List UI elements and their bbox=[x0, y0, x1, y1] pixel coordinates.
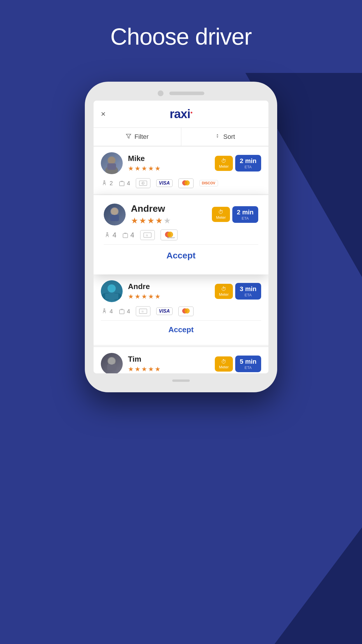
sort-button[interactable]: Sort bbox=[181, 128, 269, 146]
driver-stars-tim: ★ ★ ★ ★ ★ bbox=[128, 365, 215, 373]
meter-badge-mike: ⏱ Meter bbox=[215, 156, 233, 171]
svg-point-14 bbox=[111, 208, 118, 215]
svg-rect-26 bbox=[105, 293, 118, 299]
accept-button-andre[interactable]: Accept bbox=[101, 320, 261, 339]
phone-screen: × raxi● Filter bbox=[94, 101, 268, 373]
page-title: Choose driver bbox=[0, 0, 362, 50]
filter-sort-bar: Filter Sort bbox=[94, 128, 268, 146]
driver-list: Mike ★ ★ ★ ★ ★ ⏱ bbox=[94, 146, 268, 373]
meter-icon-andre: ⏱ bbox=[221, 286, 226, 292]
phone-mockup: × raxi● Filter bbox=[85, 82, 277, 392]
driver-card-bottom-andre: 4 4 ₪ bbox=[101, 306, 261, 316]
phone-body: × raxi● Filter bbox=[85, 82, 277, 392]
app-logo: raxi● bbox=[170, 107, 192, 121]
star-a2: ★ bbox=[139, 216, 146, 225]
driver-badges-mike: ⏱ Meter 2 min ETA bbox=[215, 155, 261, 172]
logo-dot: ● bbox=[190, 110, 192, 115]
driver-info-andre: Andre ★ ★ ★ ★ ★ bbox=[128, 282, 215, 300]
driver-card-andre[interactable]: Andre ★ ★ ★ ★ ★ ⏱ bbox=[94, 274, 268, 345]
meter-label-andre: Meter bbox=[219, 292, 229, 297]
eta-badge-tim: 5 min ETA bbox=[235, 356, 261, 372]
phone-camera bbox=[158, 90, 164, 96]
seats-count-andrew: 4 bbox=[113, 231, 116, 239]
luggage-icon-mike bbox=[119, 180, 125, 187]
star-an4: ★ bbox=[148, 293, 154, 300]
driver-card-andrew[interactable]: Andrew ★ ★ ★ ★ ★ ⏱ bbox=[94, 195, 268, 274]
mastercard-payment-andrew: MasterCard bbox=[161, 230, 178, 240]
driver-badges-tim: ⏱ Meter 5 min ETA bbox=[215, 356, 261, 372]
seats-andrew: 4 bbox=[104, 231, 116, 239]
meter-icon-andrew: ⏱ bbox=[218, 209, 224, 215]
driver-card-top-andrew: Andrew ★ ★ ★ ★ ★ ⏱ bbox=[104, 203, 258, 225]
discover-payment-mike: DISCOV bbox=[199, 180, 218, 186]
cash-payment-andre: ₪ bbox=[136, 306, 150, 316]
driver-info-tim: Tim ★ ★ ★ ★ ★ bbox=[128, 355, 215, 373]
svg-point-35 bbox=[108, 358, 115, 365]
app-header: × raxi● bbox=[94, 101, 268, 128]
star-an5: ★ bbox=[155, 293, 161, 300]
svg-text:₪: ₪ bbox=[142, 310, 143, 313]
meter-label-mike: Meter bbox=[219, 164, 229, 169]
eta-badge-mike: 2 min ETA bbox=[235, 155, 261, 172]
luggage-count-andrew: 4 bbox=[130, 231, 134, 239]
eta-label-andre: ETA bbox=[245, 293, 252, 297]
seats-count-andre: 4 bbox=[110, 308, 113, 315]
phone-hardware-top bbox=[94, 90, 268, 96]
svg-point-27 bbox=[103, 308, 105, 310]
sort-icon bbox=[215, 133, 220, 141]
seat-icon-andre bbox=[101, 308, 108, 315]
driver-card-top-andre: Andre ★ ★ ★ ★ ★ ⏱ bbox=[101, 280, 261, 302]
star-a4: ★ bbox=[155, 216, 163, 225]
star-t4: ★ bbox=[148, 365, 154, 373]
svg-text:MasterCard: MasterCard bbox=[167, 237, 175, 238]
accept-button-andrew[interactable]: Accept bbox=[104, 244, 258, 266]
star-a1: ★ bbox=[131, 216, 138, 225]
luggage-count-mike: 4 bbox=[127, 180, 130, 187]
driver-badges-andre: ⏱ Meter 3 min ETA bbox=[215, 283, 261, 300]
meter-icon-tim: ⏱ bbox=[221, 359, 226, 365]
meter-badge-andre: ⏱ Meter bbox=[215, 284, 233, 299]
meter-label-tim: Meter bbox=[219, 365, 229, 369]
bg-decoration-2 bbox=[275, 527, 362, 644]
eta-badge-andre: 3 min ETA bbox=[235, 283, 261, 300]
svg-point-23 bbox=[108, 284, 116, 293]
visa-payment-andre: VISA bbox=[156, 307, 172, 315]
luggage-mike: 4 bbox=[119, 180, 130, 187]
driver-card-bottom-andrew: 4 4 ₪ bbox=[104, 230, 258, 240]
svg-rect-16 bbox=[123, 234, 128, 238]
driver-card-tim[interactable]: Tim ★ ★ ★ ★ ★ ⏱ M bbox=[94, 347, 268, 373]
driver-card-mike[interactable]: Mike ★ ★ ★ ★ ★ ⏱ bbox=[94, 146, 268, 194]
driver-info-mike: Mike ★ ★ ★ ★ ★ bbox=[128, 154, 215, 172]
driver-name-mike: Mike bbox=[128, 154, 215, 163]
cash-payment-andrew: ₪ bbox=[140, 230, 155, 240]
seat-icon-mike bbox=[101, 180, 108, 187]
mastercard-payment-andre bbox=[178, 307, 194, 316]
seats-mike: 2 bbox=[101, 180, 113, 187]
star-5: ★ bbox=[155, 165, 161, 172]
driver-stars-mike: ★ ★ ★ ★ ★ bbox=[128, 165, 215, 172]
cash-payment-mike: ₪ bbox=[136, 178, 150, 188]
eta-label-andrew: ETA bbox=[242, 216, 249, 220]
eta-time-andre: 3 min bbox=[240, 285, 256, 293]
eta-label-tim: ETA bbox=[245, 365, 252, 370]
close-button[interactable]: × bbox=[101, 109, 106, 119]
avatar-andre bbox=[101, 280, 123, 302]
svg-point-3 bbox=[108, 157, 115, 164]
star-an3: ★ bbox=[141, 293, 147, 300]
star-1: ★ bbox=[128, 165, 134, 172]
driver-card-top-tim: Tim ★ ★ ★ ★ ★ ⏱ M bbox=[101, 353, 261, 373]
eta-time-mike: 2 min bbox=[240, 157, 256, 165]
star-an2: ★ bbox=[135, 293, 140, 300]
avatar-mike bbox=[101, 152, 123, 174]
star-a5: ★ bbox=[164, 216, 171, 225]
phone-speaker bbox=[169, 92, 204, 95]
svg-rect-34 bbox=[107, 364, 116, 370]
filter-button[interactable]: Filter bbox=[94, 128, 181, 146]
star-t5: ★ bbox=[155, 365, 161, 373]
star-2: ★ bbox=[135, 165, 140, 172]
eta-time-tim: 5 min bbox=[240, 358, 256, 365]
svg-rect-6 bbox=[120, 182, 124, 186]
avatar-tim bbox=[101, 353, 123, 373]
svg-point-20 bbox=[167, 232, 173, 237]
star-3: ★ bbox=[141, 165, 147, 172]
